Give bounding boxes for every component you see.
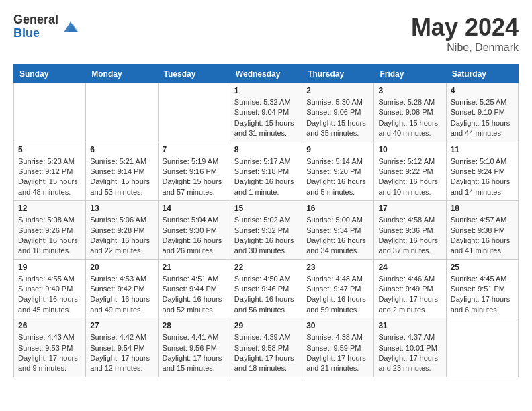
day-number: 27 bbox=[90, 321, 153, 330]
day-number: 19 bbox=[18, 263, 81, 272]
day-number: 12 bbox=[18, 203, 81, 213]
calendar-day-cell: 11Sunrise: 5:10 AMSunset: 9:24 PMDayligh… bbox=[446, 142, 518, 201]
day-number: 4 bbox=[451, 86, 514, 95]
calendar-week-row: 1Sunrise: 5:32 AMSunset: 9:04 PMDaylight… bbox=[14, 83, 519, 142]
calendar-week-row: 12Sunrise: 5:08 AMSunset: 9:26 PMDayligh… bbox=[14, 201, 519, 260]
day-number: 11 bbox=[451, 145, 514, 154]
day-number: 21 bbox=[163, 263, 226, 272]
day-number: 25 bbox=[451, 263, 514, 272]
day-info: Sunrise: 4:50 AMSunset: 9:46 PMDaylight:… bbox=[234, 274, 298, 316]
day-info: Sunrise: 5:06 AMSunset: 9:28 PMDaylight:… bbox=[90, 215, 153, 257]
calendar-day-cell: 5Sunrise: 5:23 AMSunset: 9:12 PMDaylight… bbox=[14, 142, 86, 201]
day-info: Sunrise: 5:10 AMSunset: 9:24 PMDaylight:… bbox=[451, 156, 514, 198]
calendar-day-cell: 10Sunrise: 5:12 AMSunset: 9:22 PMDayligh… bbox=[374, 142, 446, 201]
day-info: Sunrise: 5:19 AMSunset: 9:16 PMDaylight:… bbox=[163, 156, 226, 198]
day-number: 2 bbox=[306, 86, 369, 95]
calendar-day-cell: 24Sunrise: 4:46 AMSunset: 9:49 PMDayligh… bbox=[374, 259, 446, 318]
day-info: Sunrise: 5:21 AMSunset: 9:14 PMDaylight:… bbox=[90, 156, 153, 198]
calendar-day-cell: 18Sunrise: 4:57 AMSunset: 9:38 PMDayligh… bbox=[446, 201, 518, 260]
day-number: 17 bbox=[378, 203, 441, 213]
calendar-day-cell: 8Sunrise: 5:17 AMSunset: 9:18 PMDaylight… bbox=[230, 142, 302, 201]
page-header: General Blue May 2024 Nibe, Denmark bbox=[13, 13, 519, 54]
day-info: Sunrise: 5:17 AMSunset: 9:18 PMDaylight:… bbox=[234, 156, 298, 198]
day-number: 30 bbox=[306, 321, 369, 330]
day-info: Sunrise: 4:46 AMSunset: 9:49 PMDaylight:… bbox=[378, 274, 441, 316]
day-number: 6 bbox=[90, 145, 153, 154]
calendar-day-cell: 21Sunrise: 4:51 AMSunset: 9:44 PMDayligh… bbox=[158, 259, 230, 318]
day-info: Sunrise: 4:53 AMSunset: 9:42 PMDaylight:… bbox=[90, 274, 153, 316]
day-info: Sunrise: 4:51 AMSunset: 9:44 PMDaylight:… bbox=[163, 274, 226, 316]
calendar-day-cell: 20Sunrise: 4:53 AMSunset: 9:42 PMDayligh… bbox=[86, 259, 158, 318]
day-number: 29 bbox=[234, 321, 298, 330]
calendar-day-cell bbox=[158, 83, 230, 142]
day-number: 16 bbox=[306, 203, 369, 213]
calendar-day-cell: 26Sunrise: 4:43 AMSunset: 9:53 PMDayligh… bbox=[14, 318, 86, 377]
day-number: 24 bbox=[378, 263, 441, 272]
day-info: Sunrise: 4:58 AMSunset: 9:36 PMDaylight:… bbox=[378, 215, 441, 257]
day-info: Sunrise: 5:14 AMSunset: 9:20 PMDaylight:… bbox=[306, 156, 369, 198]
header-day: Sunday bbox=[14, 65, 86, 83]
day-number: 23 bbox=[306, 263, 369, 272]
day-number: 15 bbox=[234, 203, 298, 213]
calendar-day-cell: 6Sunrise: 5:21 AMSunset: 9:14 PMDaylight… bbox=[86, 142, 158, 201]
day-info: Sunrise: 5:12 AMSunset: 9:22 PMDaylight:… bbox=[378, 156, 441, 198]
header-row: SundayMondayTuesdayWednesdayThursdayFrid… bbox=[14, 65, 519, 83]
day-number: 1 bbox=[234, 86, 298, 95]
calendar-day-cell: 31Sunrise: 4:37 AMSunset: 10:01 PMDaylig… bbox=[374, 318, 446, 377]
calendar-day-cell: 25Sunrise: 4:45 AMSunset: 9:51 PMDayligh… bbox=[446, 259, 518, 318]
calendar-day-cell: 16Sunrise: 5:00 AMSunset: 9:34 PMDayligh… bbox=[302, 201, 374, 260]
calendar-day-cell: 15Sunrise: 5:02 AMSunset: 9:32 PMDayligh… bbox=[230, 201, 302, 260]
logo-text: General Blue bbox=[13, 13, 58, 40]
day-info: Sunrise: 4:57 AMSunset: 9:38 PMDaylight:… bbox=[451, 215, 514, 257]
calendar-day-cell: 29Sunrise: 4:39 AMSunset: 9:58 PMDayligh… bbox=[230, 318, 302, 377]
header-day: Friday bbox=[374, 65, 446, 83]
calendar-day-cell: 2Sunrise: 5:30 AMSunset: 9:06 PMDaylight… bbox=[302, 83, 374, 142]
calendar-day-cell: 9Sunrise: 5:14 AMSunset: 9:20 PMDaylight… bbox=[302, 142, 374, 201]
calendar-day-cell bbox=[14, 83, 86, 142]
header-day: Wednesday bbox=[230, 65, 302, 83]
day-number: 18 bbox=[451, 203, 514, 213]
title-block: May 2024 Nibe, Denmark bbox=[411, 13, 519, 54]
day-number: 8 bbox=[234, 145, 298, 154]
day-info: Sunrise: 4:43 AMSunset: 9:53 PMDaylight:… bbox=[18, 332, 81, 374]
day-info: Sunrise: 5:23 AMSunset: 9:12 PMDaylight:… bbox=[18, 156, 81, 198]
day-info: Sunrise: 4:41 AMSunset: 9:56 PMDaylight:… bbox=[163, 332, 226, 374]
header-day: Saturday bbox=[446, 65, 518, 83]
day-number: 10 bbox=[378, 145, 441, 154]
calendar-day-cell: 1Sunrise: 5:32 AMSunset: 9:04 PMDaylight… bbox=[230, 83, 302, 142]
calendar-title: May 2024 bbox=[411, 13, 519, 42]
calendar-day-cell: 30Sunrise: 4:38 AMSunset: 9:59 PMDayligh… bbox=[302, 318, 374, 377]
header-day: Thursday bbox=[302, 65, 374, 83]
calendar-day-cell: 13Sunrise: 5:06 AMSunset: 9:28 PMDayligh… bbox=[86, 201, 158, 260]
calendar-day-cell: 3Sunrise: 5:28 AMSunset: 9:08 PMDaylight… bbox=[374, 83, 446, 142]
day-number: 22 bbox=[234, 263, 298, 272]
calendar-day-cell: 14Sunrise: 5:04 AMSunset: 9:30 PMDayligh… bbox=[158, 201, 230, 260]
day-number: 26 bbox=[18, 321, 81, 330]
day-number: 31 bbox=[378, 321, 441, 330]
logo-general: General bbox=[13, 13, 58, 27]
calendar-day-cell bbox=[446, 318, 518, 377]
day-number: 3 bbox=[378, 86, 441, 95]
day-info: Sunrise: 5:00 AMSunset: 9:34 PMDaylight:… bbox=[306, 215, 369, 257]
calendar-week-row: 5Sunrise: 5:23 AMSunset: 9:12 PMDaylight… bbox=[14, 142, 519, 201]
day-info: Sunrise: 4:39 AMSunset: 9:58 PMDaylight:… bbox=[234, 332, 298, 374]
day-number: 13 bbox=[90, 203, 153, 213]
day-info: Sunrise: 5:04 AMSunset: 9:30 PMDaylight:… bbox=[163, 215, 226, 257]
calendar-day-cell: 23Sunrise: 4:48 AMSunset: 9:47 PMDayligh… bbox=[302, 259, 374, 318]
day-info: Sunrise: 5:08 AMSunset: 9:26 PMDaylight:… bbox=[18, 215, 81, 257]
header-day: Tuesday bbox=[158, 65, 230, 83]
calendar-day-cell: 7Sunrise: 5:19 AMSunset: 9:16 PMDaylight… bbox=[158, 142, 230, 201]
day-info: Sunrise: 4:38 AMSunset: 9:59 PMDaylight:… bbox=[306, 332, 369, 374]
day-number: 28 bbox=[163, 321, 226, 330]
logo-icon bbox=[61, 17, 80, 36]
calendar-week-row: 19Sunrise: 4:55 AMSunset: 9:40 PMDayligh… bbox=[14, 259, 519, 318]
calendar-subtitle: Nibe, Denmark bbox=[411, 42, 519, 54]
calendar-day-cell: 28Sunrise: 4:41 AMSunset: 9:56 PMDayligh… bbox=[158, 318, 230, 377]
day-number: 9 bbox=[306, 145, 369, 154]
day-info: Sunrise: 4:42 AMSunset: 9:54 PMDaylight:… bbox=[90, 332, 153, 374]
day-number: 5 bbox=[18, 145, 81, 154]
calendar-day-cell: 22Sunrise: 4:50 AMSunset: 9:46 PMDayligh… bbox=[230, 259, 302, 318]
day-number: 20 bbox=[90, 263, 153, 272]
day-info: Sunrise: 5:28 AMSunset: 9:08 PMDaylight:… bbox=[378, 97, 441, 139]
day-info: Sunrise: 5:02 AMSunset: 9:32 PMDaylight:… bbox=[234, 215, 298, 257]
